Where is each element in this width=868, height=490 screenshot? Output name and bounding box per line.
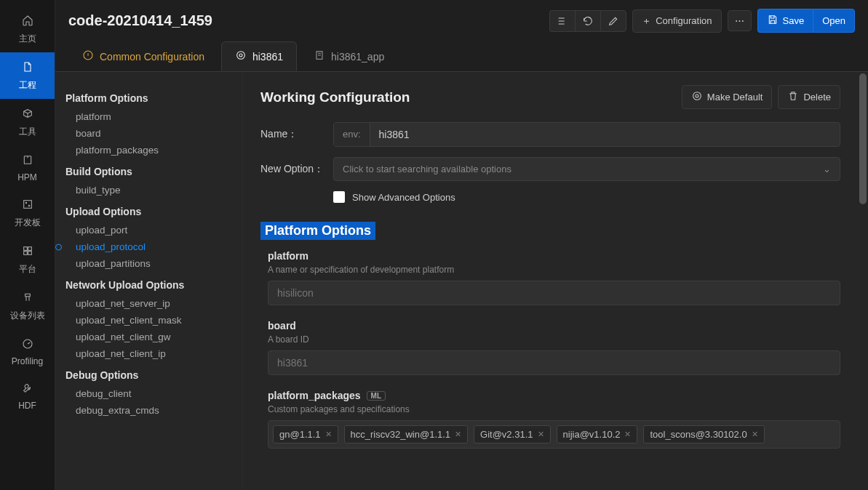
name-input[interactable] bbox=[370, 123, 840, 146]
svg-rect-4 bbox=[23, 247, 27, 251]
package-tag[interactable]: hcc_riscv32_win@1.1.1✕ bbox=[344, 425, 468, 443]
delete-label: Delete bbox=[803, 92, 831, 103]
nav-item-platform-packages[interactable]: platform_packages bbox=[65, 142, 232, 158]
show-advanced-row[interactable]: Show Advanced Options bbox=[333, 191, 840, 203]
sidebar-item-profiling[interactable]: Profiling bbox=[0, 329, 55, 374]
close-icon[interactable]: ✕ bbox=[538, 430, 544, 439]
nav-item-upload-partitions[interactable]: upload_partitions bbox=[65, 255, 232, 272]
svg-rect-5 bbox=[28, 247, 31, 251]
nav-item-debug-extra-cmds[interactable]: debug_extra_cmds bbox=[65, 402, 232, 419]
board-input[interactable] bbox=[268, 351, 840, 374]
refresh-button[interactable] bbox=[575, 10, 600, 32]
gauge-icon bbox=[22, 337, 33, 353]
sidebar-item-platform[interactable]: 平台 bbox=[0, 236, 55, 283]
new-option-placeholder: Click to start searching available optio… bbox=[343, 164, 511, 174]
ml-badge: ML bbox=[367, 391, 386, 401]
nav-item-debug-client[interactable]: debug_client bbox=[65, 385, 232, 402]
package-tag[interactable]: gn@1.1.1✕ bbox=[273, 425, 338, 443]
package-tag[interactable]: tool_scons@3.30102.0✕ bbox=[643, 425, 764, 443]
configuration-button[interactable]: ＋ Configuration bbox=[632, 9, 721, 33]
sidebar-item-home[interactable]: 主页 bbox=[0, 6, 55, 52]
sidebar-item-tools[interactable]: 工具 bbox=[0, 99, 55, 145]
sidebar-item-label: Profiling bbox=[12, 356, 43, 366]
sidebar-item-board[interactable]: 开发板 bbox=[0, 190, 55, 236]
new-option-select[interactable]: Click to start searching available optio… bbox=[333, 157, 840, 181]
home-icon bbox=[22, 13, 33, 30]
wrench-icon bbox=[22, 381, 33, 398]
sidebar-item-hpm[interactable]: HPM bbox=[0, 145, 55, 190]
new-option-row: New Option： Click to start searching ava… bbox=[260, 157, 840, 181]
note-icon bbox=[314, 49, 325, 63]
tab-common-configuration[interactable]: Common Configuration bbox=[68, 41, 218, 71]
tab-label: hi3861_app bbox=[331, 51, 384, 63]
topbar: code-20210414_1459 ＋ Configuration ⋯ Sav… bbox=[55, 0, 868, 41]
package-tag[interactable]: Git@v2.31.1✕ bbox=[474, 425, 550, 443]
show-advanced-checkbox[interactable] bbox=[333, 191, 345, 203]
make-default-label: Make Default bbox=[707, 92, 763, 103]
nav-group-build[interactable]: Build Options bbox=[65, 166, 232, 177]
make-default-button[interactable]: Make Default bbox=[682, 85, 773, 109]
sidebar-item-project[interactable]: 工程 bbox=[0, 52, 55, 99]
svg-point-13 bbox=[693, 92, 701, 100]
edit-button[interactable] bbox=[600, 10, 626, 32]
svg-rect-7 bbox=[28, 252, 31, 255]
opt-desc-platform: A name or specification of development p… bbox=[268, 265, 840, 275]
sidebar-item-label: 工程 bbox=[19, 79, 36, 92]
nav-item-upload-port[interactable]: upload_port bbox=[65, 222, 232, 238]
nav-group-debug[interactable]: Debug Options bbox=[65, 369, 232, 381]
form-panel: Working Configuration Make Default Delet… bbox=[243, 72, 858, 490]
nav-item-upload-net-client-ip[interactable]: upload_net_client_ip bbox=[65, 345, 232, 362]
save-label: Save bbox=[783, 15, 805, 26]
name-input-wrap: env: bbox=[333, 122, 840, 147]
nav-item-upload-net-client-gw[interactable]: upload_net_client_gw bbox=[65, 329, 232, 345]
tab-hi3861-app[interactable]: hi3861_app bbox=[300, 41, 398, 71]
content-area: Platform Options platform board platform… bbox=[55, 71, 868, 490]
option-board: board A board ID bbox=[260, 320, 840, 375]
plus-icon: ＋ bbox=[642, 15, 651, 28]
close-icon[interactable]: ✕ bbox=[455, 430, 461, 439]
open-button[interactable]: Open bbox=[813, 9, 855, 33]
package-tag[interactable]: nijia@v1.10.2✕ bbox=[557, 425, 638, 443]
option-platform-packages: platform_packages ML Custom packages and… bbox=[260, 390, 840, 449]
close-icon[interactable]: ✕ bbox=[325, 430, 332, 439]
options-nav: Platform Options platform board platform… bbox=[55, 72, 243, 490]
delete-button[interactable]: Delete bbox=[778, 85, 840, 109]
close-icon[interactable]: ✕ bbox=[624, 430, 631, 439]
show-advanced-label: Show Advanced Options bbox=[352, 192, 455, 203]
tab-hi3861[interactable]: hi3861 bbox=[221, 41, 297, 71]
nav-item-upload-net-server-ip[interactable]: upload_net_server_ip bbox=[65, 295, 232, 312]
nav-item-board[interactable]: board bbox=[65, 125, 232, 142]
save-button[interactable]: Save bbox=[757, 9, 813, 33]
chevron-down-icon: ⌄ bbox=[823, 164, 831, 174]
nav-item-upload-protocol[interactable]: upload_protocol bbox=[65, 238, 232, 255]
save-icon bbox=[767, 14, 779, 28]
option-platform: platform A name or specification of deve… bbox=[260, 250, 840, 305]
opt-desc-platform-packages: Custom packages and specifications bbox=[268, 404, 840, 414]
nav-item-upload-net-client-mask[interactable]: upload_net_client_mask bbox=[65, 312, 232, 329]
sidebar-item-devices[interactable]: 设备列表 bbox=[0, 283, 55, 329]
project-title: code-20210414_1459 bbox=[68, 12, 212, 29]
platform-input[interactable] bbox=[268, 281, 840, 305]
nav-group-platform[interactable]: Platform Options bbox=[65, 92, 232, 104]
name-row: Name： env: bbox=[260, 122, 840, 147]
platform-packages-tags[interactable]: gn@1.1.1✕ hcc_riscv32_win@1.1.1✕ Git@v2.… bbox=[268, 420, 840, 449]
scrollbar[interactable] bbox=[858, 72, 868, 490]
scrollbar-thumb[interactable] bbox=[859, 73, 867, 204]
open-label: Open bbox=[822, 15, 845, 26]
nav-group-network-upload[interactable]: Network Upload Options bbox=[65, 279, 232, 291]
close-icon[interactable]: ✕ bbox=[752, 430, 758, 439]
topbar-actions: ＋ Configuration ⋯ Save Open bbox=[549, 9, 855, 33]
more-button[interactable]: ⋯ bbox=[728, 10, 752, 31]
device-icon bbox=[22, 153, 33, 169]
target-icon bbox=[691, 90, 703, 104]
svg-point-3 bbox=[28, 205, 29, 206]
platform-options-heading: Platform Options bbox=[260, 222, 375, 240]
sidebar-item-hdf[interactable]: HDF bbox=[0, 374, 55, 418]
nav-item-build-type[interactable]: build_type bbox=[65, 182, 232, 198]
nav-item-platform[interactable]: platform bbox=[65, 108, 232, 125]
list-settings-button[interactable] bbox=[549, 10, 575, 32]
nav-group-upload[interactable]: Upload Options bbox=[65, 206, 232, 217]
sidebar-item-label: 平台 bbox=[19, 263, 36, 276]
board-icon bbox=[22, 197, 33, 214]
form-scroll-wrap: Working Configuration Make Default Delet… bbox=[243, 72, 868, 490]
